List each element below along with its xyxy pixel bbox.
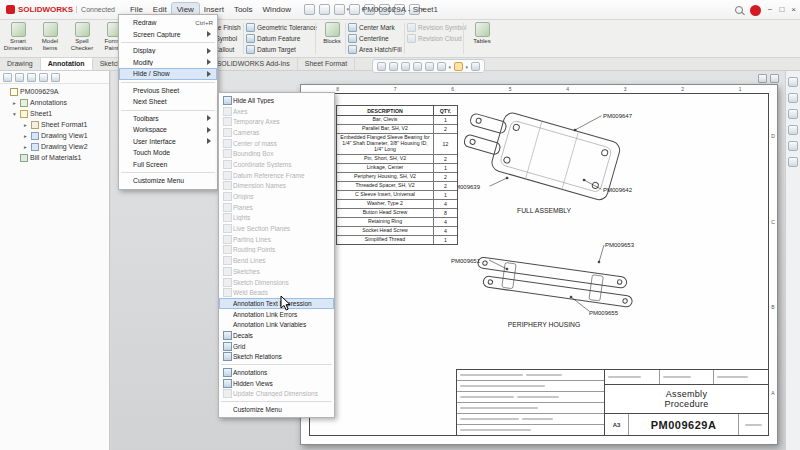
tree-item[interactable]: ▸ Drawing View1 bbox=[0, 130, 109, 141]
menu-item[interactable]: Sketch Dimensions bbox=[219, 277, 334, 288]
menu-item[interactable]: Temporary Axes bbox=[219, 116, 334, 127]
menu-item[interactable]: Origins bbox=[219, 191, 334, 202]
ribbon-button[interactable]: Spell Checker bbox=[66, 22, 98, 52]
tree-item[interactable]: ▸ Annotations bbox=[0, 97, 109, 108]
menu-item[interactable]: Routing Points bbox=[219, 245, 334, 256]
full-assembly-view[interactable] bbox=[459, 102, 622, 202]
menu-item[interactable]: Next Sheet bbox=[119, 96, 217, 108]
new-file-icon[interactable] bbox=[304, 4, 315, 15]
tree-item[interactable]: Bill of Materials1 bbox=[0, 152, 109, 163]
menu-item[interactable]: Planes bbox=[219, 202, 334, 213]
propertymanager-tab-icon[interactable] bbox=[15, 73, 24, 82]
command-tab[interactable]: SOLIDWORKS Add-Ins bbox=[210, 58, 298, 70]
displaymanager-tab-icon[interactable] bbox=[51, 73, 60, 82]
menu-item[interactable]: Screen Capture bbox=[119, 29, 217, 41]
menu-item[interactable]: Workspace bbox=[119, 124, 217, 136]
blocks-button[interactable]: Blocks bbox=[318, 22, 346, 44]
ribbon-button[interactable]: Model Items bbox=[34, 22, 66, 52]
menu-item[interactable]: Display bbox=[119, 45, 217, 57]
menu-item[interactable]: Coordinate Systems bbox=[219, 159, 334, 170]
menu-item[interactable]: Parting Lines bbox=[219, 234, 334, 245]
menu-item[interactable]: Decals bbox=[219, 330, 334, 341]
menubar-item[interactable]: Tools bbox=[229, 3, 258, 16]
zoom-area-icon[interactable] bbox=[389, 62, 398, 71]
custom-properties-icon[interactable] bbox=[788, 157, 798, 167]
ribbon-small-button[interactable]: Datum Feature bbox=[246, 33, 317, 44]
tree-expand-icon[interactable]: ▸ bbox=[24, 144, 31, 150]
menu-item[interactable]: Cameras bbox=[219, 127, 334, 138]
drawing-sheet[interactable]: 87654321 DCBA DCBA bbox=[300, 84, 778, 445]
menu-item[interactable]: Full Screen bbox=[119, 159, 217, 171]
menu-item[interactable]: Touch Mode bbox=[119, 147, 217, 159]
save-icon[interactable] bbox=[334, 4, 345, 15]
menu-item[interactable]: Customize Menu bbox=[119, 175, 217, 187]
menu-item[interactable]: Customize Menu bbox=[219, 404, 334, 415]
tree-item[interactable]: ▸ Sheet Format1 bbox=[0, 119, 109, 130]
menu-item[interactable]: Hide All Types bbox=[219, 95, 334, 106]
section-view-icon[interactable] bbox=[413, 62, 422, 71]
menu-item[interactable]: Annotations bbox=[219, 367, 334, 378]
menu-item[interactable]: Grid bbox=[219, 341, 334, 352]
search-icon[interactable] bbox=[735, 6, 743, 14]
tables-button[interactable]: Tables bbox=[468, 22, 496, 44]
tree-item[interactable]: PM009629A bbox=[0, 86, 109, 97]
menu-item[interactable]: Center of mass bbox=[219, 138, 334, 149]
maximize-button[interactable]: □ bbox=[779, 6, 784, 14]
command-tab[interactable]: Drawing bbox=[0, 58, 41, 70]
appearances-icon[interactable] bbox=[788, 141, 798, 151]
tree-expand-icon[interactable]: ▸ bbox=[24, 133, 31, 139]
print-icon[interactable] bbox=[349, 4, 360, 15]
configurationmanager-tab-icon[interactable] bbox=[27, 73, 36, 82]
user-avatar[interactable] bbox=[750, 5, 761, 16]
menu-item[interactable]: Hidden Views bbox=[219, 378, 334, 389]
3dexperience-icon[interactable] bbox=[788, 77, 798, 87]
tree-item[interactable]: ▸ Drawing View2 bbox=[0, 141, 109, 152]
edit-appearance-icon[interactable] bbox=[471, 62, 480, 71]
tree-expand-icon[interactable]: ▸ bbox=[13, 100, 20, 106]
menubar-item[interactable]: Window bbox=[258, 3, 296, 16]
design-library-icon[interactable] bbox=[788, 93, 798, 103]
menu-item[interactable]: Datum Reference Frame bbox=[219, 170, 334, 181]
ribbon-small-button[interactable]: Center Mark bbox=[348, 22, 402, 33]
zoom-fit-icon[interactable] bbox=[377, 62, 386, 71]
tree-item[interactable]: ▾ Sheet1 bbox=[0, 108, 109, 119]
menu-item[interactable]: Axes bbox=[219, 106, 334, 117]
previous-view-icon[interactable] bbox=[401, 62, 410, 71]
menu-item[interactable]: Redraw Ctrl+R bbox=[119, 17, 217, 29]
ribbon-small-button[interactable]: Revision Symbol bbox=[407, 22, 466, 33]
hide-show-items-icon[interactable] bbox=[454, 62, 463, 71]
viewport-control-icon[interactable] bbox=[770, 74, 779, 83]
ribbon-small-button[interactable]: Centerline bbox=[348, 33, 402, 44]
menu-item[interactable]: Update Changed Dimensions bbox=[219, 389, 334, 400]
menu-item[interactable]: Weld Beads bbox=[219, 287, 334, 298]
tree-expand-icon[interactable]: ▸ bbox=[24, 122, 31, 128]
ribbon-small-button[interactable]: Area Hatch/Fill bbox=[348, 44, 402, 55]
periphery-housing-view[interactable] bbox=[475, 245, 635, 311]
menu-item[interactable]: Hide / Show bbox=[119, 68, 217, 80]
minimize-button[interactable]: − bbox=[768, 6, 773, 14]
menu-item[interactable]: Sketch Relations bbox=[219, 352, 334, 363]
3d-drawing-view-icon[interactable] bbox=[425, 62, 434, 71]
bom-table[interactable]: DESCRIPTION QTY. Bar, Clevis 1 Parallel … bbox=[336, 105, 458, 245]
menu-item[interactable]: Lights bbox=[219, 213, 334, 224]
menu-item[interactable]: Annotation Link Variables bbox=[219, 319, 334, 330]
tree-expand-icon[interactable]: ▾ bbox=[13, 111, 20, 117]
menu-item[interactable]: Bend Lines bbox=[219, 255, 334, 266]
menu-item[interactable]: Sketches bbox=[219, 266, 334, 277]
menu-item[interactable]: Live Section Planes bbox=[219, 223, 334, 234]
view-palette-icon[interactable] bbox=[788, 125, 798, 135]
viewport-control-icon[interactable] bbox=[758, 74, 767, 83]
open-file-icon[interactable] bbox=[319, 4, 330, 15]
ribbon-small-button[interactable]: Geometric Tolerance bbox=[246, 22, 317, 33]
menu-item[interactable]: Annotation Text Expression bbox=[219, 298, 334, 309]
command-tab[interactable]: Sheet Format bbox=[298, 58, 355, 70]
menu-item[interactable]: Bounding Box bbox=[219, 148, 334, 159]
menu-item[interactable]: Modify bbox=[119, 57, 217, 69]
menu-item[interactable]: Dimension Names bbox=[219, 181, 334, 192]
close-button[interactable]: × bbox=[791, 6, 796, 14]
ribbon-small-button[interactable]: Revision Cloud bbox=[407, 33, 466, 44]
dimxpertmanager-tab-icon[interactable] bbox=[39, 73, 48, 82]
menu-item[interactable]: Previous Sheet bbox=[119, 85, 217, 97]
featuremanager-tab-icon[interactable] bbox=[3, 73, 12, 82]
ribbon-small-button[interactable]: Datum Target bbox=[246, 44, 317, 55]
